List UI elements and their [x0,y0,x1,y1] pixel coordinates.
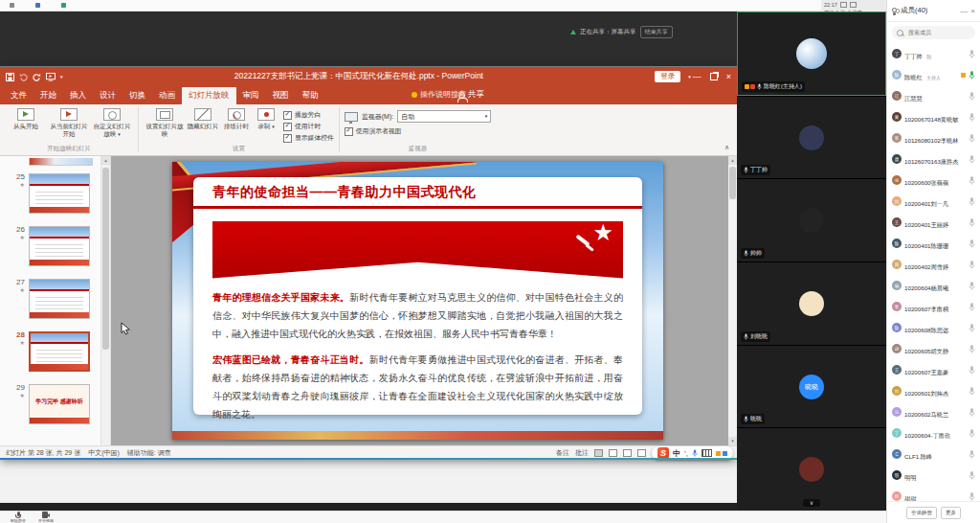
collapse-strip-button[interactable]: ∨ [803,499,820,507]
slide-thumbnail[interactable]: 28★ [6,331,95,372]
custom-slideshow-button[interactable]: 自定义幻灯片放映 ▾ [91,108,133,138]
mute-all-button[interactable]: 全体静音 [906,507,937,519]
member-row[interactable]: C CLF1.陈峰 [887,443,980,465]
member-row[interactable]: 陈 10200608陈思远 [887,317,980,338]
collapse-ribbon-icon[interactable]: ∧ [724,144,729,151]
video-tile[interactable]: ∨ [737,428,886,511]
ribbon-display-options-icon[interactable]: ▾ [688,75,691,80]
redo-icon[interactable] [33,73,41,81]
scroll-down-icon[interactable]: ▾ [728,437,737,445]
member-row[interactable]: 杨 10200604杨晨曦 [887,275,980,296]
member-search-input[interactable] [906,29,970,36]
language-indicator[interactable]: 中文(中国) [88,448,120,458]
member-row[interactable]: 胡 10200605胡文静 [887,338,980,359]
panel-close-button[interactable]: × [970,7,975,15]
ime-punctuation-icon[interactable]: ’, [684,449,688,458]
mic-icon[interactable] [969,408,975,417]
thumbnail-partial[interactable] [29,158,93,166]
window-restore-icon[interactable] [840,2,847,8]
video-tile[interactable]: 刘晓晓 [737,262,886,345]
ime-toolbox-icon[interactable] [723,451,727,456]
from-current-slide-button[interactable]: 从当前幻灯片开始 [48,108,90,138]
ribbon-tab[interactable]: 设计 [93,87,122,104]
mic-icon[interactable] [969,176,975,185]
accessibility-status[interactable]: 辅助功能: 调查 [127,448,171,458]
slide-thumbnail[interactable]: 29★ 学习完毕 感谢聆听 [6,384,95,424]
slide-thumbnail[interactable]: 27★ [6,279,95,319]
hide-slide-button[interactable]: 隐藏幻灯片 [187,108,219,130]
sogou-ime-toolbar[interactable]: S 中 ’, [652,446,733,460]
thumbnail-scrollbar[interactable]: ▴ [101,156,111,445]
mic-icon[interactable] [969,197,975,206]
video-tile[interactable]: 陈晓红(主持人) [737,11,886,96]
ime-keyboard-icon[interactable] [702,449,712,457]
ppt-minimize-button[interactable]: — [693,72,702,81]
member-row[interactable]: 李 10126080102李晓林 [887,127,980,148]
slideshow-view-icon[interactable] [637,449,646,457]
use-timings-checkbox[interactable]: 使用计时 [283,122,334,131]
member-row[interactable]: 陈 陈晓红 主持人 [887,64,980,85]
member-row[interactable]: 王 10200607王嘉豪 [887,359,980,380]
ribbon-tab[interactable]: 视图 [266,87,296,104]
member-row[interactable]: 周 10200402周雪婷 [887,254,980,275]
mic-icon[interactable] [969,218,975,227]
video-tile[interactable]: 帅帅 [737,179,886,262]
ribbon-tab[interactable]: 动画 [152,87,182,104]
record-button[interactable]: 录制 ▾ [254,108,278,130]
tray-icon-3[interactable] [61,3,66,8]
monitor-select[interactable]: 自动▾ [397,110,491,123]
scroll-up-icon[interactable]: ▴ [101,156,110,165]
stop-share-button[interactable]: 结束共享 [640,26,673,38]
mic-icon[interactable] [969,471,975,480]
show-media-controls-checkbox[interactable]: 显示媒体控件 [283,133,334,143]
mic-icon[interactable] [969,50,975,58]
member-row[interactable]: 张 10200600张薇薇 [887,170,980,191]
slide-sorter-view-icon[interactable] [609,449,617,457]
member-row[interactable]: 王 10200401王丽婷 [887,212,980,233]
mic-icon[interactable] [969,113,975,122]
mic-icon[interactable] [969,303,975,311]
undo-icon[interactable] [19,73,28,81]
window-maximize-icon[interactable] [850,2,857,8]
tray-icon-1[interactable] [10,3,14,8]
login-button[interactable]: 登录 [655,71,680,82]
current-slide[interactable]: 青年的使命担当——青春助力中国式现代化 ★ 青年的理想信念关乎国家未来。新时代青… [172,162,663,440]
ribbon-tab[interactable]: 帮助 [296,87,325,104]
mic-icon[interactable] [969,429,975,438]
ime-chinese-mode-icon[interactable]: 中 [673,448,680,459]
normal-view-icon[interactable] [594,449,603,457]
ribbon-tab[interactable]: 幻灯片放映 [182,87,236,104]
member-row[interactable]: 丁 10200604-丁雨欣 [887,422,980,443]
save-icon[interactable] [6,73,14,81]
toolbar-item[interactable]: 解除静音 [10,512,27,523]
ime-toolbox-icon[interactable] [716,451,721,456]
mic-icon[interactable] [969,282,975,290]
member-search-box[interactable] [892,26,975,39]
ribbon-tab[interactable]: 开始 [33,87,63,104]
ppt-restore-button[interactable] [710,73,718,80]
member-row[interactable]: 明 明明 [887,465,980,486]
member-row[interactable]: 刘 10200401刘一凡 [887,191,980,212]
mic-icon[interactable] [969,387,975,396]
notes-toggle[interactable]: 备注 [556,448,569,458]
member-row[interactable]: 黄 10200670148黄晓敏 [887,106,980,127]
toolbar-item[interactable]: 开启视频 [37,512,55,523]
play-narrations-checkbox[interactable]: 播放旁白 [283,110,334,120]
panel-minimize-button[interactable]: — [960,7,968,15]
ppt-close-button[interactable]: × [726,72,731,81]
rehearse-timings-button[interactable]: 排练计时 [220,108,253,130]
member-row[interactable]: 丁 丁丁帅 我 [887,43,980,64]
mic-icon[interactable] [969,366,975,375]
ribbon-tab[interactable]: 切换 [122,87,152,104]
member-row[interactable]: 刘 10200601刘炜杰 [887,380,980,401]
tray-icon-2[interactable] [35,3,40,8]
scroll-up-icon[interactable]: ▴ [728,156,737,165]
setup-slideshow-button[interactable]: 设置幻灯片放映 [144,108,186,138]
mic-icon[interactable] [969,261,975,269]
mic-icon[interactable] [969,239,975,248]
mic-icon[interactable] [969,134,975,143]
reading-view-icon[interactable] [623,449,632,457]
video-tile[interactable]: 晓晓 晓晓 [737,346,886,428]
ime-voice-icon[interactable] [692,449,698,457]
mic-icon[interactable] [969,492,975,501]
